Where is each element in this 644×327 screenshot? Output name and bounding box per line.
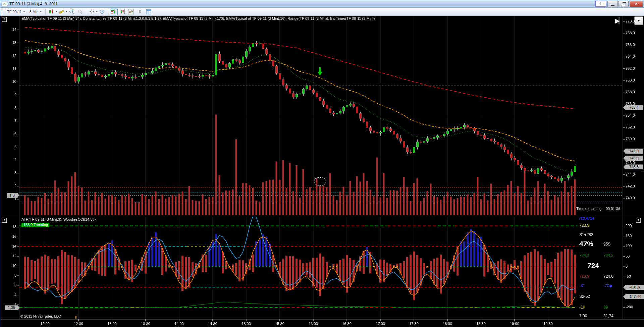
axis-dropdown-button[interactable]: ▼: [634, 16, 643, 25]
bar-timer-label: Time remaining = 00:01:36: [576, 207, 620, 211]
atr-axis-tick-label: 14: [6, 244, 16, 248]
cci-value-label: 7,00: [579, 314, 587, 318]
cci-value-label: 39: [603, 305, 608, 310]
minimize-icon: [611, 5, 614, 6]
account-button[interactable]: $: [136, 8, 144, 15]
cursor-mode-button[interactable]: [88, 8, 96, 15]
lower-panel-focus-box-right[interactable]: F: [636, 218, 641, 223]
window-title: TF 09-11 (3 Min) 4. 8. 2011: [9, 2, 58, 6]
price-axis-tick-label: 768,0: [626, 31, 635, 35]
chevron-down-icon[interactable]: ▾: [66, 10, 67, 13]
price-axis-tick-label: 760,0: [626, 78, 635, 82]
range-axis-tick-label: 12: [6, 54, 16, 58]
app-icon: [2, 2, 7, 6]
lower-indicator-label: ATR(TF 09-11 (3 Min),3), WoodiesCCI(14,5…: [21, 217, 96, 221]
range-marker: 1,3: [7, 193, 19, 198]
cci-marker: -147,44: [623, 294, 644, 299]
atr-axis-tick-label: 16: [6, 234, 16, 238]
interval-dropdown[interactable]: 3 Min ▾: [27, 9, 44, 15]
price-axis-tick-label: 752,0: [626, 125, 635, 129]
time-axis-label: 14:30: [208, 322, 217, 326]
close-button[interactable]: ✕: [630, 1, 643, 7]
cci-axis-tick-label: -200: [626, 305, 633, 309]
time-axis-label: 16:00: [309, 322, 318, 326]
indicator-panel-icon: [111, 9, 116, 14]
price-marker: 748,0: [623, 149, 643, 154]
chart-style-button[interactable]: [47, 8, 55, 15]
zoom-in-button[interactable]: [67, 8, 75, 15]
range-axis-tick-label: 2: [6, 184, 16, 188]
minimize-button[interactable]: [607, 1, 618, 7]
atr-axis-tick-label: 6: [6, 283, 16, 287]
pencil-icon: [59, 9, 64, 14]
regression-button[interactable]: [127, 8, 135, 15]
range-axis-tick-label: 8: [6, 106, 16, 110]
app-window: TF 09-11 (3 Min) 4. 8. 2011 L ✕ TF 09-11…: [0, 0, 644, 327]
time-axis-label: 17:30: [409, 322, 419, 326]
cci-value-label: 47%: [579, 240, 593, 248]
cci-last-value-label: 723,4714: [579, 216, 594, 220]
price-axis-tick-label: 766,0: [626, 43, 635, 47]
time-axis-label: 12:30: [74, 322, 83, 326]
time-axis-label: 13:00: [107, 322, 117, 326]
chart-trader-button[interactable]: [118, 8, 126, 15]
chevron-down-icon[interactable]: ▾: [96, 10, 98, 13]
cci-value-label: 724,1: [579, 253, 589, 258]
cci-value-label: -31: [579, 283, 585, 288]
atr-axis-tick-label: 4: [6, 293, 16, 297]
time-axis-label: 14:00: [174, 322, 184, 326]
time-axis-label: 18:30: [476, 322, 486, 326]
range-axis-tick-label: 3: [6, 171, 16, 175]
atr-axis-tick-label: 12: [6, 254, 16, 258]
range-axis-tick-label: 4: [6, 158, 16, 162]
price-marker: 745,3: [623, 164, 643, 169]
main-panel-focus-box[interactable]: F: [2, 17, 7, 22]
copyright-label: © 2011 NinjaTrader, LLC: [20, 314, 61, 318]
magnifier-icon: [99, 9, 105, 14]
range-axis-tick-label: 13: [6, 41, 16, 45]
price-axis-tick-label: 744,0: [626, 172, 635, 176]
chevron-down-icon: ▾: [23, 10, 25, 13]
lower-panel-focus-box[interactable]: F: [2, 218, 7, 223]
restore-button[interactable]: [619, 1, 629, 7]
instrument-dropdown[interactable]: TF 09-11 ▾: [5, 9, 27, 15]
draw-tool-button[interactable]: [57, 8, 65, 15]
price-marker: 755,4: [623, 105, 643, 110]
data-grid-button[interactable]: [145, 8, 153, 15]
link-button[interactable]: L: [595, 1, 606, 7]
go-to-last-bar-icon[interactable]: ▶▏: [615, 17, 623, 24]
zoom-out-icon: [77, 9, 83, 14]
range-axis-tick-label: 14: [6, 28, 16, 32]
time-axis-label: 15:30: [275, 322, 284, 326]
time-axis-label: 19:30: [543, 322, 553, 326]
range-axis-tick-label: 11: [6, 67, 16, 71]
chevron-down-icon[interactable]: ▾: [56, 10, 57, 13]
price-axis-tick-label: 750,0: [626, 137, 635, 141]
cci-axis-tick-label: 100: [626, 244, 632, 248]
range-axis-tick-label: 10: [6, 79, 16, 84]
dollar-icon: $: [139, 9, 141, 14]
chevron-down-icon: ▾: [40, 10, 42, 13]
price-axis-tick-label: 740,0: [626, 196, 635, 200]
main-indicator-label: EMA(Typical of TF 09-11 (3 Min),34), Con…: [21, 16, 375, 20]
cci-axis-tick-label: 0: [626, 264, 628, 268]
indicator-panel-button[interactable]: [110, 8, 118, 15]
toolbar: TF 09-11 ▾ 3 Min ▾ ▾ ▾: [0, 8, 644, 16]
range-axis-tick-label: 6: [6, 132, 16, 136]
range-axis-tick-label: 9: [6, 93, 16, 97]
zoom-in-icon: [69, 9, 74, 14]
toolbar-grip[interactable]: [1, 9, 3, 14]
zoom-out-button[interactable]: [76, 8, 84, 15]
cci-value-label: S1+282: [579, 232, 593, 237]
cci-value-label: 723,9: [579, 274, 589, 279]
cci-axis-tick-label: 200: [626, 224, 632, 228]
range-axis-tick-label: 7: [6, 119, 16, 123]
price-chart-canvas[interactable]: [0, 16, 644, 327]
price-axis-tick-label: 764,0: [626, 54, 635, 58]
time-axis-label: 18:00: [443, 322, 452, 326]
atr-axis-tick-label: 10: [6, 264, 16, 268]
cci-value-label: 724,0: [603, 274, 613, 279]
title-bar[interactable]: TF 09-11 (3 Min) 4. 8. 2011 L ✕: [0, 0, 644, 8]
cci-axis-tick-label: 50: [626, 254, 630, 258]
data-box-button[interactable]: [98, 8, 106, 15]
